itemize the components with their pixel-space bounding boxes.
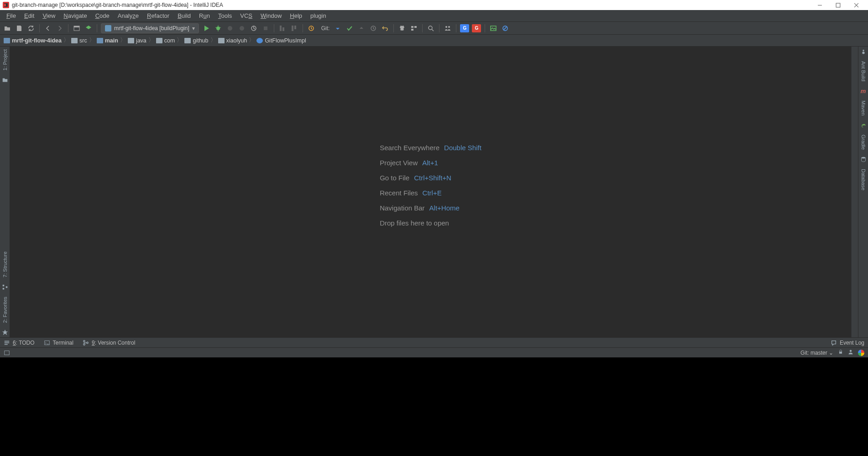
google-status-icon[interactable] — [858, 350, 864, 356]
structure-icon[interactable] — [2, 284, 8, 290]
back-icon[interactable] — [43, 24, 52, 33]
menu-view[interactable]: View — [39, 11, 59, 20]
menu-file[interactable]: File — [3, 11, 20, 20]
git-branch-indicator[interactable]: Git: master ⌄ — [800, 350, 833, 356]
build-icon[interactable] — [84, 24, 93, 33]
menu-tools[interactable]: Tools — [214, 11, 235, 20]
hint-label: Drop files here to open — [380, 219, 449, 227]
svg-point-26 — [445, 26, 447, 28]
profile-icon[interactable] — [237, 24, 246, 33]
svg-rect-18 — [294, 26, 296, 29]
code-with-me-icon[interactable] — [443, 24, 452, 33]
tool-event-log[interactable]: Event Log — [831, 340, 864, 346]
folder-o-icon — [71, 38, 78, 43]
open-icon[interactable] — [3, 24, 12, 33]
tool-structure[interactable]: 7: Structure — [2, 251, 8, 278]
hint-row: Drop files here to open — [380, 219, 481, 227]
folder-icon[interactable] — [2, 77, 8, 83]
svg-rect-32 — [2, 288, 4, 289]
menu-help[interactable]: Help — [286, 11, 306, 20]
tool-favorites[interactable]: 2: Favorites — [2, 296, 8, 324]
sync-icon[interactable] — [26, 24, 36, 33]
project-structure-icon[interactable] — [409, 24, 418, 33]
user-icon[interactable] — [848, 349, 853, 356]
breadcrumb-java[interactable]: java — [127, 37, 147, 44]
select-config-icon[interactable] — [72, 24, 81, 33]
structure-popup-icon[interactable] — [278, 24, 287, 33]
maven-icon[interactable]: m — [860, 88, 867, 94]
lock-icon[interactable] — [838, 349, 843, 356]
run-config-icon — [105, 25, 111, 31]
hint-label: Search Everywhere — [380, 144, 439, 152]
disable-icon[interactable] — [501, 24, 510, 33]
hierarchy-icon[interactable] — [290, 24, 299, 33]
save-all-icon[interactable] — [15, 24, 24, 33]
menu-build[interactable]: Build — [174, 11, 194, 20]
settings-icon[interactable] — [397, 24, 407, 33]
svg-rect-1 — [836, 3, 840, 7]
svg-rect-37 — [5, 341, 10, 341]
tool-database[interactable]: Database — [861, 168, 866, 191]
vcs-rollback-icon[interactable] — [381, 24, 390, 33]
svg-point-11 — [228, 26, 232, 31]
hint-label: Recent Files — [380, 189, 418, 197]
maximize-button[interactable] — [829, 0, 847, 10]
toggle-tool-windows-icon[interactable] — [4, 350, 10, 356]
tool-maven[interactable]: Maven — [861, 100, 866, 116]
editor-empty-state[interactable]: Search EverywhereDouble ShiftProject Vie… — [10, 47, 852, 337]
breadcrumb-src[interactable]: src — [70, 37, 88, 44]
breadcrumb-gitflowplusimpl[interactable]: GitFlowPlusImpl — [256, 37, 307, 44]
search-icon[interactable] — [426, 24, 435, 33]
menu-navigate[interactable]: Navigate — [60, 11, 90, 20]
google-translate-red-icon[interactable]: G — [472, 24, 481, 32]
vcs-push-icon[interactable] — [357, 24, 366, 33]
breadcrumb-com[interactable]: com — [155, 37, 176, 44]
close-button[interactable] — [847, 0, 865, 10]
hint-label: Go to File — [380, 174, 409, 182]
svg-rect-15 — [280, 26, 282, 31]
attach-icon[interactable] — [249, 24, 258, 33]
vcs-pull-icon[interactable] — [333, 24, 342, 33]
hint-row: Recent FilesCtrl+E — [380, 189, 481, 197]
breadcrumb-xiaolyuh[interactable]: xiaolyuh — [217, 37, 248, 44]
right-tool-gutter: Ant Build m Maven Gradle Database — [858, 47, 868, 337]
tool-gradle[interactable]: Gradle — [861, 134, 866, 151]
run-config-label: mrtf-git-flow-4idea [buildPlugin] — [114, 25, 189, 31]
hint-row: Navigation BarAlt+Home — [380, 204, 481, 212]
svg-point-27 — [448, 26, 450, 28]
tool-terminal[interactable]: Terminal — [44, 340, 73, 346]
vcs-update-icon[interactable] — [307, 24, 316, 33]
image-tool-icon[interactable] — [489, 24, 498, 33]
menu-analyze[interactable]: Analyze — [114, 11, 142, 20]
tool-todo[interactable]: 6: 6: TODOTODO — [4, 340, 35, 346]
stop-icon[interactable] — [261, 24, 270, 33]
database-icon[interactable] — [860, 156, 867, 162]
run-icon[interactable] — [202, 24, 211, 33]
tool-project[interactable]: 1: Project — [2, 48, 8, 71]
menu-window[interactable]: Window — [257, 11, 285, 20]
breadcrumb-main[interactable]: main — [96, 37, 119, 44]
vcs-history-icon[interactable] — [369, 24, 378, 33]
coverage-icon[interactable] — [225, 24, 235, 33]
forward-icon[interactable] — [55, 24, 64, 33]
run-configuration-selector[interactable]: mrtf-git-flow-4idea [buildPlugin] ▾ — [101, 23, 199, 33]
gradle-icon[interactable] — [860, 122, 867, 128]
menu-refactor[interactable]: Refactor — [143, 11, 173, 20]
menu-run[interactable]: Run — [195, 11, 214, 20]
menu-code[interactable]: Code — [92, 11, 113, 20]
breadcrumb-mrtf-git-flow-4idea[interactable]: mrtf-git-flow-4idea — [3, 37, 63, 44]
menu-vcs[interactable]: VCS — [236, 11, 256, 20]
star-icon[interactable] — [2, 329, 8, 335]
hint-label: Project View — [380, 159, 418, 167]
menu-plugin[interactable]: plugin — [307, 11, 330, 20]
google-translate-blue-icon[interactable]: G — [460, 24, 469, 32]
debug-icon[interactable] — [214, 24, 223, 33]
minimize-button[interactable] — [810, 0, 829, 10]
ant-icon[interactable] — [860, 48, 867, 55]
breadcrumb-github[interactable]: github — [183, 37, 209, 44]
tool-version-control[interactable]: 9: Version Control — [83, 340, 135, 346]
left-tool-gutter: 1: Project 7: Structure 2: Favorites — [0, 47, 10, 337]
menu-edit[interactable]: Edit — [21, 11, 38, 20]
tool-ant-build[interactable]: Ant Build — [861, 60, 866, 82]
vcs-commit-icon[interactable] — [345, 24, 354, 33]
